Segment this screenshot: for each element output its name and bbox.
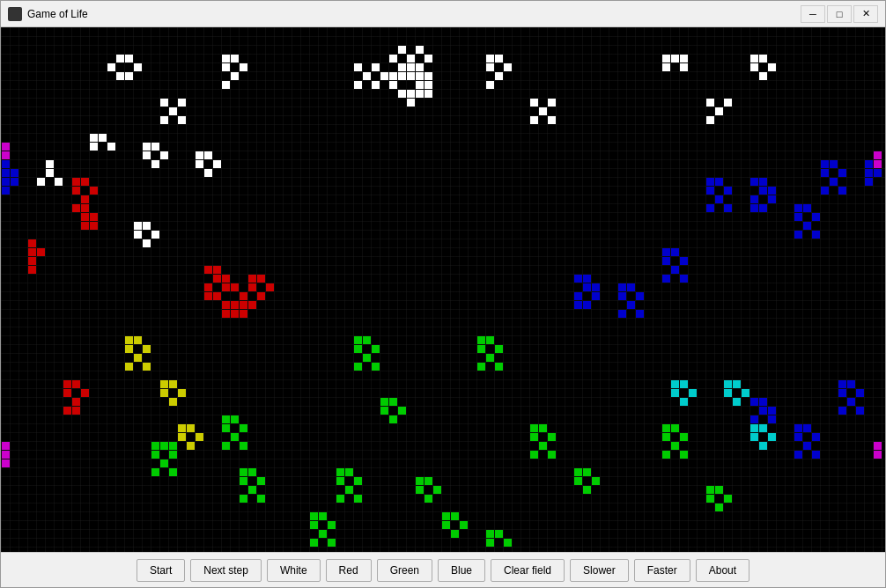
- cell: [222, 415, 230, 423]
- cell: [72, 407, 80, 415]
- slower-button[interactable]: Slower: [570, 559, 629, 582]
- cell: [2, 160, 10, 168]
- cell: [143, 239, 151, 247]
- cell: [178, 424, 186, 432]
- faster-button[interactable]: Faster: [634, 559, 690, 582]
- cell: [671, 380, 679, 388]
- cell: [794, 231, 802, 239]
- cell: [486, 55, 494, 62]
- cell: [750, 424, 758, 432]
- cell: [160, 99, 168, 107]
- cell: [160, 442, 168, 450]
- about-button[interactable]: About: [696, 559, 749, 582]
- cell: [680, 55, 688, 62]
- cell: [874, 151, 882, 159]
- cell: [107, 63, 115, 71]
- cell: [416, 72, 424, 80]
- cell: [240, 63, 247, 71]
- cell: [486, 539, 494, 547]
- cell: [257, 275, 265, 283]
- cell: [169, 380, 177, 388]
- cell: [213, 266, 221, 274]
- close-button[interactable]: ✕: [853, 5, 878, 23]
- cell: [715, 178, 723, 186]
- toolbar: Start Next step White Red Green Blue Cle…: [1, 552, 885, 587]
- cell: [125, 55, 133, 62]
- cell: [196, 160, 203, 168]
- cell: [160, 389, 168, 397]
- cell: [354, 63, 362, 71]
- cell: [838, 389, 846, 397]
- cell: [733, 380, 741, 388]
- cell: [2, 451, 10, 459]
- cell: [257, 495, 265, 503]
- blue-button[interactable]: Blue: [438, 559, 485, 582]
- cell: [768, 407, 776, 415]
- cell: [680, 63, 688, 71]
- cell: [151, 160, 159, 168]
- cell: [768, 187, 776, 195]
- cell: [169, 468, 177, 476]
- cell: [160, 116, 168, 124]
- cell: [169, 451, 177, 459]
- cell: [28, 257, 36, 265]
- cell: [636, 292, 644, 300]
- cell: [794, 204, 802, 212]
- cell: [240, 292, 247, 300]
- cell: [768, 433, 776, 441]
- maximize-button[interactable]: □: [827, 5, 852, 23]
- cell: [583, 486, 591, 494]
- clear-field-button[interactable]: Clear field: [491, 559, 565, 582]
- cell: [345, 468, 353, 476]
- cell: [407, 72, 415, 80]
- cell: [151, 231, 159, 239]
- cell: [398, 407, 406, 415]
- cell: [178, 99, 186, 107]
- cell: [671, 424, 679, 432]
- cell: [662, 433, 670, 441]
- cell: [372, 363, 380, 371]
- cell: [81, 213, 89, 221]
- cell: [90, 143, 98, 151]
- white-button[interactable]: White: [267, 559, 321, 582]
- cell: [372, 81, 380, 89]
- cell: [240, 442, 247, 450]
- cell: [319, 530, 327, 538]
- cell: [865, 169, 873, 177]
- cell: [389, 398, 397, 406]
- red-button[interactable]: Red: [326, 559, 372, 582]
- cell: [310, 539, 318, 547]
- cell: [354, 336, 362, 344]
- game-canvas[interactable]: [1, 27, 885, 552]
- cell: [671, 55, 679, 62]
- cell: [486, 81, 494, 89]
- cell: [662, 424, 670, 432]
- cell: [627, 301, 635, 309]
- cell: [548, 99, 556, 107]
- cell: [125, 72, 133, 80]
- start-button[interactable]: Start: [137, 559, 185, 582]
- cell: [486, 530, 494, 538]
- cell: [706, 99, 714, 107]
- next-step-button[interactable]: Next step: [190, 559, 262, 582]
- green-button[interactable]: Green: [377, 559, 432, 582]
- cell: [504, 539, 512, 547]
- cell: [2, 187, 10, 195]
- cell: [768, 415, 776, 423]
- cell: [372, 345, 380, 353]
- cell: [178, 433, 186, 441]
- minimize-button[interactable]: ─: [801, 5, 825, 23]
- cell: [240, 301, 247, 309]
- cell: [372, 63, 380, 71]
- cell: [425, 55, 432, 62]
- cell: [812, 433, 820, 441]
- cell: [380, 407, 388, 415]
- cell: [662, 451, 670, 459]
- cell: [750, 55, 758, 62]
- cell: [63, 407, 71, 415]
- cell: [821, 160, 829, 168]
- cell: [2, 178, 10, 186]
- cell: [160, 151, 168, 159]
- cell: [530, 451, 538, 459]
- cell: [125, 363, 133, 371]
